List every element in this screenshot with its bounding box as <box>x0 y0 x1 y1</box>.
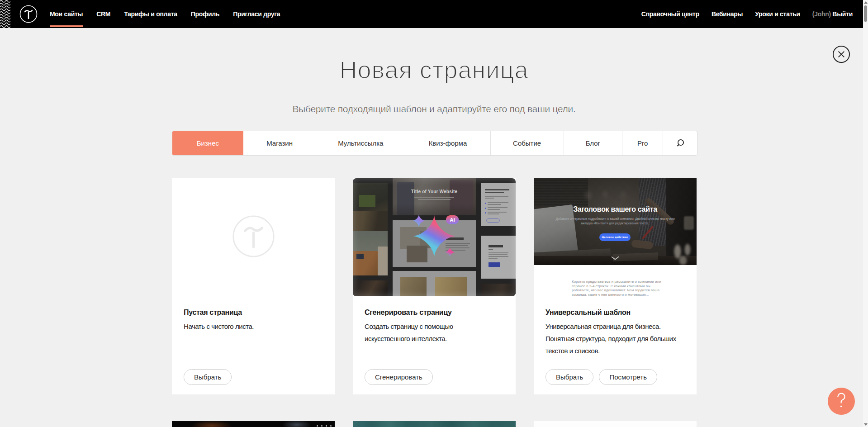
svg-text:AI: AI <box>450 217 455 223</box>
